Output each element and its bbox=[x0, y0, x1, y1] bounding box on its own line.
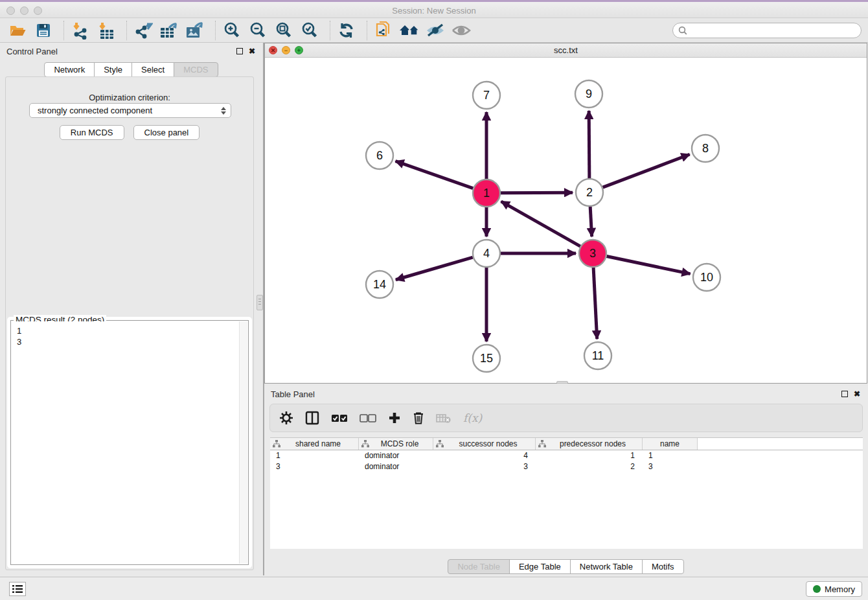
graph-edge-4-14[interactable] bbox=[396, 257, 473, 280]
status-bar: Memory bbox=[0, 577, 868, 600]
memory-button[interactable]: Memory bbox=[806, 581, 862, 597]
tab-style[interactable]: Style bbox=[94, 62, 132, 77]
tab-node-table[interactable]: Node Table bbox=[448, 559, 510, 574]
header-filler bbox=[698, 438, 863, 450]
export-image-icon[interactable] bbox=[184, 21, 206, 40]
deselect-all-icon[interactable] bbox=[360, 413, 376, 423]
open-session-icon[interactable] bbox=[6, 21, 29, 40]
control-panel-title: Control Panel bbox=[6, 47, 58, 56]
hierarchy-icon bbox=[538, 440, 546, 448]
tab-network-table[interactable]: Network Table bbox=[570, 559, 643, 574]
select-all-icon[interactable] bbox=[331, 413, 348, 423]
close-table-panel-icon[interactable]: ✖ bbox=[854, 389, 860, 398]
app-titlebar: Session: New Session bbox=[0, 0, 868, 18]
table-row[interactable]: 1 dominator 4 1 1 bbox=[270, 450, 863, 461]
graph-edge-1-6[interactable] bbox=[396, 161, 474, 189]
mcds-result-list[interactable]: 1 3 bbox=[12, 321, 247, 564]
zoom-out-icon[interactable] bbox=[247, 21, 269, 40]
network-canvas[interactable]: 7968124314101511 bbox=[265, 58, 867, 383]
window-resize-grip[interactable] bbox=[556, 381, 568, 384]
search-icon bbox=[678, 26, 687, 38]
graph-edge-2-8[interactable] bbox=[603, 154, 690, 187]
search-field-wrap bbox=[672, 23, 862, 38]
result-line: 3 bbox=[17, 336, 242, 347]
export-table-icon[interactable] bbox=[158, 21, 180, 40]
graph-node-label-10: 10 bbox=[700, 271, 713, 284]
import-table-icon[interactable] bbox=[95, 21, 117, 40]
table-row[interactable]: 3 dominator 3 2 3 bbox=[270, 461, 863, 472]
home-icon[interactable] bbox=[398, 21, 420, 40]
search-input[interactable] bbox=[672, 23, 862, 38]
criterion-select[interactable]: strongly connected component bbox=[29, 103, 231, 118]
table-panel: Table Panel ✖ f(x) bbox=[264, 386, 868, 576]
network-window-titlebar[interactable]: ✕ − + scc.txt bbox=[265, 43, 867, 58]
hide-selected-icon[interactable] bbox=[424, 21, 446, 40]
graph-node-label-14: 14 bbox=[373, 278, 386, 291]
show-column-icon[interactable] bbox=[305, 411, 319, 425]
node-table-header: shared name MCDS role successor nodes pr… bbox=[270, 438, 863, 450]
table-settings-gear-icon[interactable] bbox=[279, 411, 293, 425]
float-table-panel-icon[interactable] bbox=[841, 391, 848, 397]
graph-edge-2-3[interactable] bbox=[590, 207, 591, 237]
mcds-tab-panel: Optimization criterion: strongly connect… bbox=[5, 76, 254, 570]
export-network-icon[interactable] bbox=[132, 21, 154, 40]
graph-node-label-3: 3 bbox=[589, 247, 596, 260]
toolbar-separator bbox=[330, 21, 330, 40]
tab-network[interactable]: Network bbox=[44, 62, 95, 77]
table-panel-tabs: Node Table Edge Table Network Table Moti… bbox=[264, 559, 868, 574]
add-column-icon[interactable] bbox=[388, 411, 401, 424]
list-icon bbox=[12, 584, 23, 594]
network-graph[interactable]: 7968124314101511 bbox=[265, 58, 867, 383]
delete-column-icon[interactable] bbox=[413, 411, 424, 424]
save-session-icon[interactable] bbox=[32, 21, 54, 40]
graph-edge-2-9[interactable] bbox=[589, 111, 589, 178]
show-all-icon[interactable] bbox=[450, 21, 472, 40]
tab-edge-table[interactable]: Edge Table bbox=[509, 559, 571, 574]
toolbar-separator bbox=[215, 21, 216, 40]
refresh-icon[interactable] bbox=[336, 21, 358, 40]
hierarchy-icon bbox=[361, 440, 369, 448]
graph-node-label-4: 4 bbox=[483, 247, 490, 260]
criterion-selected-value: strongly connected component bbox=[38, 106, 152, 115]
tab-select[interactable]: Select bbox=[131, 62, 174, 77]
memory-status-icon bbox=[813, 585, 821, 593]
graph-edge-3-10[interactable] bbox=[607, 257, 691, 274]
zoom-in-icon[interactable] bbox=[221, 21, 243, 40]
close-panel-button[interactable]: Close panel bbox=[133, 125, 200, 140]
graph-edge-3-11[interactable] bbox=[593, 268, 597, 339]
control-panel: Control Panel ✖ Network Style Select MCD… bbox=[0, 43, 263, 575]
import-network-icon[interactable] bbox=[69, 21, 91, 40]
graph-node-label-9: 9 bbox=[586, 87, 592, 100]
float-panel-icon[interactable] bbox=[236, 48, 243, 54]
column-header-shared-name[interactable]: shared name bbox=[270, 438, 359, 450]
task-history-button[interactable] bbox=[9, 582, 26, 596]
control-panel-tabs: Network Style Select MCDS bbox=[0, 62, 263, 77]
mcds-result-box: MCDS result (2 nodes) 1 3 bbox=[7, 317, 252, 568]
result-scrollbar[interactable] bbox=[239, 321, 247, 564]
network-view-window: ✕ − + scc.txt 7968124314101511 bbox=[264, 43, 867, 384]
column-header-successor-nodes[interactable]: successor nodes bbox=[433, 438, 536, 450]
panel-divider-grip[interactable] bbox=[257, 295, 263, 310]
graph-edge-3-1[interactable] bbox=[501, 202, 580, 246]
graph-edge-1-2[interactable] bbox=[501, 192, 573, 193]
zoom-fit-icon[interactable] bbox=[273, 21, 295, 40]
graph-node-label-15: 15 bbox=[480, 352, 493, 365]
tab-mcds[interactable]: MCDS bbox=[174, 62, 218, 77]
table-panel-title: Table Panel bbox=[271, 389, 315, 399]
run-mcds-button[interactable]: Run MCDS bbox=[60, 125, 124, 140]
duplicate-network-icon[interactable] bbox=[372, 21, 394, 40]
hierarchy-icon bbox=[436, 440, 444, 448]
close-panel-icon[interactable]: ✖ bbox=[249, 47, 255, 56]
optimization-criterion-label: Optimization criterion: bbox=[6, 93, 253, 102]
graph-node-label-7: 7 bbox=[483, 89, 490, 102]
column-header-predecessor-nodes[interactable]: predecessor nodes bbox=[536, 438, 643, 450]
tab-motifs[interactable]: Motifs bbox=[642, 559, 684, 574]
graph-node-label-11: 11 bbox=[592, 349, 604, 362]
node-table: shared name MCDS role successor nodes pr… bbox=[270, 437, 863, 549]
result-line: 1 bbox=[17, 325, 242, 336]
session-title: Session: New Session bbox=[0, 6, 868, 16]
column-header-name[interactable]: name bbox=[643, 438, 698, 450]
column-header-mcds-role[interactable]: MCDS role bbox=[359, 438, 433, 450]
zoom-selected-icon[interactable] bbox=[299, 21, 321, 40]
toolbar-separator bbox=[126, 21, 127, 40]
